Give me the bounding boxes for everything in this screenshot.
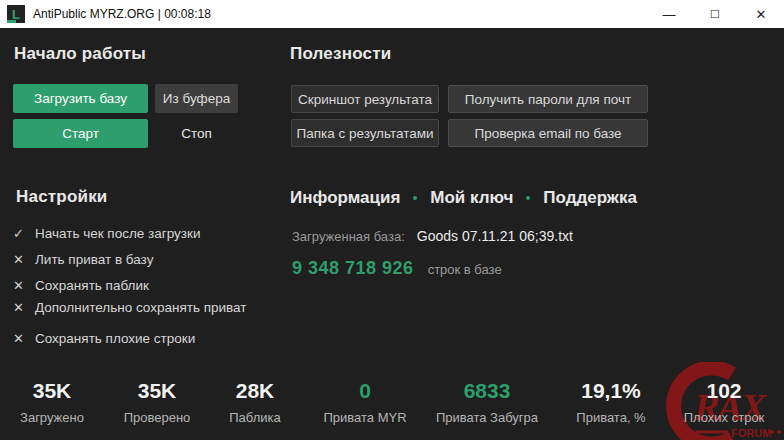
- load-db-button[interactable]: Загрузить базу: [13, 84, 148, 113]
- cross-icon: ✕: [13, 252, 35, 267]
- check-icon: ✓: [13, 226, 35, 241]
- cross-icon: ✕: [13, 300, 35, 315]
- option-save-public[interactable]: ✕ Сохранять паблик: [13, 278, 149, 293]
- info-tabs: Информация Мой ключ Поддержка: [290, 188, 637, 208]
- stat-value: 102: [649, 380, 784, 401]
- stop-button[interactable]: Стоп: [155, 119, 238, 148]
- minimize-icon[interactable]: —: [646, 0, 692, 28]
- titlebar: L AntiPublic MYRZ.ORG | 00:08:18 — ☐ ✕: [0, 0, 784, 28]
- results-folder-button[interactable]: Папка с результатами: [291, 119, 439, 147]
- cross-icon: ✕: [13, 278, 35, 293]
- from-clipboard-button[interactable]: Из буфера: [155, 84, 238, 113]
- cross-icon: ✕: [13, 331, 35, 346]
- option-label: Лить приват в базу: [35, 252, 153, 267]
- tab-support[interactable]: Поддержка: [543, 188, 637, 208]
- db-rows-label: строк в базе: [428, 262, 502, 277]
- check-email-button[interactable]: Проверка email по базе: [448, 119, 648, 147]
- option-label: Дополнительно сохранять приват: [35, 300, 246, 315]
- stat-bad-lines: 102 Плохих строк: [649, 380, 784, 425]
- loaded-db-filename: Goods 07.11.21 06;39.txt: [417, 228, 573, 244]
- dot-separator-icon: [413, 196, 417, 200]
- stat-label: Плохих строк: [649, 410, 784, 425]
- option-pour-private[interactable]: ✕ Лить приват в базу: [13, 252, 153, 267]
- db-rows-row: 9 348 718 926 строк в базе: [292, 258, 502, 279]
- app-window: L AntiPublic MYRZ.ORG | 00:08:18 — ☐ ✕ Н…: [0, 0, 784, 440]
- tab-my-key[interactable]: Мой ключ: [430, 188, 513, 208]
- svg-text:FORUM: FORUM: [731, 427, 771, 439]
- option-label: Сохранять паблик: [35, 278, 149, 293]
- get-passwords-button[interactable]: Получить пароли для почт: [448, 85, 648, 113]
- window-controls: — ☐ ✕: [646, 0, 784, 28]
- app-logo-icon: L: [7, 5, 25, 23]
- option-save-bad-lines[interactable]: ✕ Сохранять плохие строки: [13, 331, 195, 346]
- loaded-db-label: Загруженная база:: [292, 229, 405, 244]
- option-label: Сохранять плохие строки: [35, 331, 195, 346]
- option-save-private-extra[interactable]: ✕ Дополнительно сохранять приват: [13, 300, 246, 315]
- window-title: AntiPublic MYRZ.ORG | 00:08:18: [33, 7, 211, 21]
- section-start-title: Начало работы: [14, 44, 146, 64]
- tab-information[interactable]: Информация: [290, 188, 400, 208]
- db-rows-count: 9 348 718 926: [292, 258, 414, 279]
- screenshot-result-button[interactable]: Скриншот результата: [291, 85, 439, 113]
- option-check-after-load[interactable]: ✓ Начать чек после загрузки: [13, 226, 200, 241]
- dot-separator-icon: [526, 196, 530, 200]
- section-utilities-title: Полезности: [290, 44, 391, 64]
- close-icon[interactable]: ✕: [738, 0, 784, 28]
- option-label: Начать чек после загрузки: [35, 226, 200, 241]
- maximize-icon[interactable]: ☐: [692, 0, 738, 28]
- loaded-db-row: Загруженная база: Goods 07.11.21 06;39.t…: [292, 228, 573, 244]
- section-settings-title: Настройки: [16, 187, 108, 207]
- app-logo-letter: L: [12, 8, 20, 21]
- start-button[interactable]: Старт: [13, 119, 148, 148]
